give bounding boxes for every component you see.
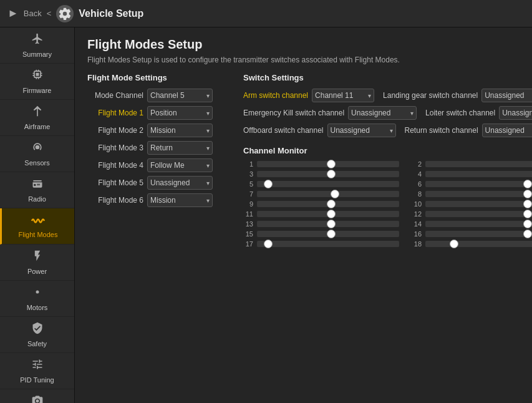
emergency-kill-label: Emergency Kill switch channel — [243, 109, 344, 117]
channel-bar-7 — [257, 191, 399, 197]
channel-indicator-3 — [327, 170, 336, 178]
flight-mode-2-select[interactable]: Mission — [147, 124, 213, 137]
switch-row-2: Emergency Kill switch channel Unassigned… — [243, 106, 532, 120]
channel-number-6: 6 — [412, 180, 422, 188]
topbar: ► Back < Vehicle Setup — [0, 0, 532, 27]
channel-indicator-18 — [450, 240, 458, 248]
return-select[interactable]: Unassigned — [482, 124, 532, 137]
flight-mode-4-row: Flight Mode 4 Follow Me — [87, 158, 225, 172]
flight-mode-5-label: Flight Mode 5 — [87, 178, 143, 187]
switch-section-title: Switch Settings — [243, 73, 532, 82]
return-sub: Return switch channel Unassigned — [405, 124, 532, 137]
channel-indicator-14 — [523, 220, 532, 228]
chip-icon — [31, 69, 44, 84]
channel-monitor-title: Channel Monitor — [243, 146, 532, 155]
svg-point-0 — [35, 145, 39, 150]
sidebar-item-camera[interactable]: Camera — [0, 389, 74, 403]
sidebar-item-flight-modes-label: Flight Modes — [19, 231, 58, 238]
flight-mode-6-select-wrapper: Mission — [147, 193, 213, 207]
switch-row-1: Arm switch channel Channel 11 Landing ge… — [243, 89, 532, 102]
flight-mode-5-row: Flight Mode 5 Unassigned — [87, 176, 225, 190]
switch-settings: Switch Settings Arm switch channel Chann… — [243, 73, 532, 248]
flight-mode-1-select[interactable]: Position — [147, 106, 213, 120]
channel-bar-1 — [257, 161, 399, 167]
sidebar-item-pid-tuning[interactable]: PID Tuning — [0, 353, 74, 389]
page-description: Flight Modes Setup is used to configure … — [87, 56, 520, 64]
sidebar-item-firmware[interactable]: Firmware — [0, 64, 74, 100]
channel-number-9: 9 — [243, 200, 253, 208]
back-button[interactable]: Back — [24, 9, 42, 18]
flight-mode-6-row: Flight Mode 6 Mission — [87, 193, 225, 207]
flight-mode-2-row: Flight Mode 2 Mission — [87, 124, 225, 137]
radio-icon — [31, 177, 44, 193]
channel-row-9: 9 — [243, 200, 399, 208]
topbar-separator: < — [47, 9, 52, 18]
landing-gear-label: Landing gear switch channel — [383, 91, 478, 100]
channel-number-4: 4 — [412, 170, 422, 178]
channel-bar-3 — [257, 171, 399, 177]
flight-mode-5-select[interactable]: Unassigned — [147, 176, 213, 190]
channel-bar-14 — [425, 221, 532, 227]
mode-channel-label: Mode Channel — [87, 91, 143, 100]
flight-mode-section-title: Flight Mode Settings — [87, 73, 225, 82]
sidebar-item-radio[interactable]: Radio — [0, 172, 74, 208]
channel-bar-5 — [257, 181, 399, 187]
channel-indicator-1 — [327, 160, 336, 168]
wave-icon — [31, 214, 46, 228]
landing-gear-select-wrapper: Unassigned — [481, 89, 532, 102]
landing-gear-select[interactable]: Unassigned — [481, 89, 532, 102]
settings-columns: Flight Mode Settings Mode Channel Channe… — [87, 73, 520, 248]
offboard-sub: Offboard switch channel Unassigned — [243, 124, 396, 137]
channel-bar-15 — [257, 231, 399, 237]
channel-row-17: 17 — [243, 240, 399, 248]
sidebar-item-summary[interactable]: Summary — [0, 27, 74, 64]
channel-number-16: 16 — [412, 230, 422, 238]
sidebar-item-flight-modes[interactable]: Flight Modes — [0, 208, 74, 245]
channel-row-7: 7 — [243, 190, 399, 198]
channel-row-16: 16 — [412, 230, 532, 238]
emergency-kill-select[interactable]: Unassigned — [348, 106, 417, 120]
return-label: Return switch channel — [405, 126, 478, 135]
channel-row-13: 13 — [243, 220, 399, 228]
channel-row-5: 5 — [243, 180, 399, 188]
offboard-select[interactable]: Unassigned — [327, 124, 396, 137]
power-icon — [31, 250, 44, 265]
channel-number-8: 8 — [412, 190, 422, 198]
sidebar-item-airframe[interactable]: Airframe — [0, 100, 74, 136]
sidebar-item-motors[interactable]: Motors — [0, 281, 74, 317]
loiter-select[interactable]: Unassigned — [499, 106, 532, 120]
sidebar-item-power-label: Power — [27, 268, 47, 275]
camera-icon — [31, 394, 44, 403]
sidebar-item-safety[interactable]: Safety — [0, 317, 74, 353]
sidebar-item-sensors[interactable]: Sensors — [0, 136, 74, 172]
arm-switch-select[interactable]: Channel 11 — [312, 89, 374, 102]
channel-grid: 123456789101112131415161718 — [243, 160, 532, 248]
safety-icon — [31, 322, 44, 337]
channel-bar-17 — [257, 241, 399, 247]
flight-mode-3-select[interactable]: Return — [147, 141, 213, 155]
mode-channel-select[interactable]: Channel 5 — [147, 89, 213, 102]
back-icon: ► — [7, 7, 19, 20]
flight-mode-5-select-wrapper: Unassigned — [147, 176, 213, 190]
pid-icon — [31, 358, 44, 374]
arm-switch-select-wrapper: Channel 11 — [312, 89, 374, 102]
channel-number-18: 18 — [412, 240, 422, 248]
sidebar-item-summary-label: Summary — [22, 51, 52, 58]
flight-mode-4-select[interactable]: Follow Me — [147, 158, 213, 172]
airframe-icon — [31, 105, 44, 120]
emergency-kill-select-wrapper: Unassigned — [348, 106, 417, 120]
sensor-icon — [31, 141, 44, 157]
mode-channel-row: Mode Channel Channel 5 — [87, 89, 225, 102]
flight-mode-6-select[interactable]: Mission — [147, 193, 213, 207]
sidebar-item-pid-tuning-label: PID Tuning — [20, 376, 54, 384]
channel-bar-11 — [257, 211, 399, 217]
loiter-label: Loiter switch channel — [425, 109, 495, 117]
channel-bar-8 — [425, 191, 532, 197]
flight-mode-4-select-wrapper: Follow Me — [147, 158, 213, 172]
sidebar-item-power[interactable]: Power — [0, 245, 74, 281]
loiter-select-wrapper: Unassigned — [499, 106, 532, 120]
sidebar-item-firmware-label: Firmware — [23, 87, 52, 94]
topbar-title: Vehicle Setup — [79, 8, 143, 19]
channel-indicator-7 — [331, 190, 339, 198]
channel-row-8: 8 — [412, 190, 532, 198]
